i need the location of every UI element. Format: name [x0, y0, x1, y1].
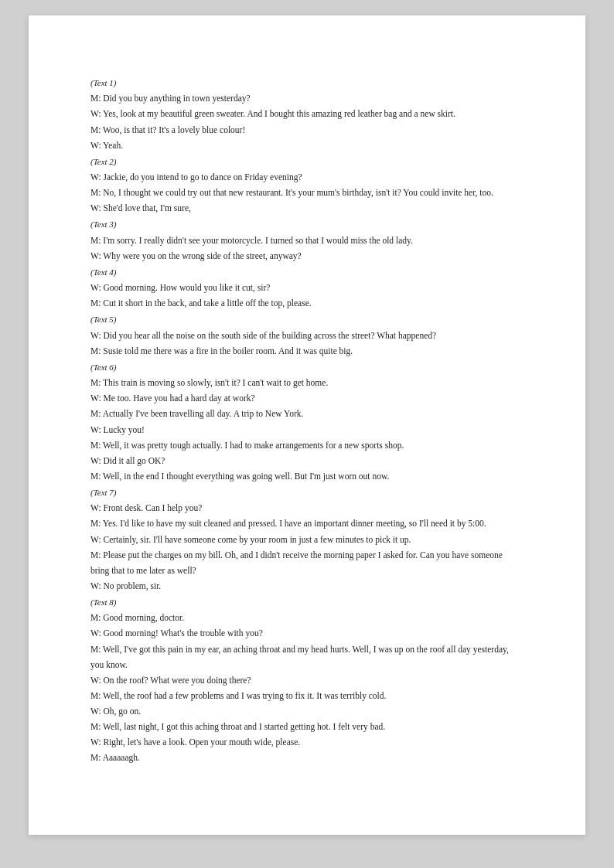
dialog-line: M: Well, last night, I got this aching t…: [90, 719, 524, 734]
section-label: (Text 6): [90, 360, 524, 375]
section-label: (Text 2): [90, 155, 524, 169]
dialog-line: W: Lucky you!: [90, 422, 524, 437]
document-content: (Text 1)M: Did you buy anything in town …: [90, 76, 524, 766]
text-section-4: (Text 4)W: Good morning. How would you l…: [90, 265, 524, 311]
dialog-line: W: Certainly, sir. I'll have someone com…: [90, 532, 524, 547]
dialog-line: W: Front desk. Can I help you?: [90, 500, 524, 516]
dialog-line: M: Did you buy anything in town yesterda…: [90, 90, 524, 106]
text-section-5: (Text 5)W: Did you hear all the noise on…: [90, 312, 524, 359]
dialog-line: W: Me too. Have you had a hard day at wo…: [90, 390, 524, 406]
dialog-line: W: Yes, look at my beautiful green sweat…: [90, 106, 524, 121]
dialog-line: M: No, I thought we could try out that n…: [90, 185, 524, 200]
dialog-line: W: Did you hear all the noise on the sou…: [90, 328, 524, 343]
dialog-line: M: Well, the roof had a few problems and…: [90, 688, 524, 703]
text-section-3: (Text 3)M: I'm sorry. I really didn't se…: [90, 217, 524, 264]
dialog-line: W: She'd love that, I'm sure,: [90, 200, 524, 216]
section-label: (Text 8): [90, 595, 524, 610]
section-label: (Text 1): [90, 76, 524, 90]
text-section-8: (Text 8)M: Good morning, doctor.W: Good …: [90, 595, 524, 766]
dialog-line: M: Actually I've been travelling all day…: [90, 406, 524, 421]
dialog-line: M: Aaaaaagh.: [90, 750, 524, 765]
dialog-line: M: Please put the charges on my bill. Oh…: [90, 547, 524, 578]
dialog-line: W: Right, let's have a look. Open your m…: [90, 734, 524, 750]
section-label: (Text 4): [90, 265, 524, 280]
section-label: (Text 5): [90, 312, 524, 327]
dialog-line: W: Good morning! What's the trouble with…: [90, 625, 524, 641]
dialog-line: W: On the roof? What were you doing ther…: [90, 672, 524, 688]
section-label: (Text 3): [90, 217, 524, 232]
dialog-line: M: Yes. I'd like to have my suit cleaned…: [90, 516, 524, 531]
dialog-line: M: This train is moving so slowly, isn't…: [90, 375, 524, 390]
dialog-line: M: I'm sorry. I really didn't see your m…: [90, 233, 524, 248]
dialog-line: M: Good morning, doctor.: [90, 610, 524, 625]
dialog-line: M: Well, it was pretty tough actually. I…: [90, 437, 524, 453]
section-label: (Text 7): [90, 485, 524, 500]
dialog-line: M: Cut it short in the back, and take a …: [90, 295, 524, 311]
dialog-line: W: Oh, go on.: [90, 703, 524, 719]
dialog-line: W: Why were you on the wrong side of the…: [90, 248, 524, 264]
text-section-2: (Text 2)W: Jackie, do you intend to go t…: [90, 155, 524, 216]
dialog-line: M: Well, in the end I thought everything…: [90, 468, 524, 484]
dialog-line: M: Woo, is that it? It's a lovely blue c…: [90, 122, 524, 138]
text-section-6: (Text 6)M: This train is moving so slowl…: [90, 360, 524, 484]
dialog-line: W: Did it all go OK?: [90, 453, 524, 468]
document-page: (Text 1)M: Did you buy anything in town …: [29, 15, 585, 835]
text-section-1: (Text 1)M: Did you buy anything in town …: [90, 76, 524, 153]
dialog-line: W: Jackie, do you intend to go to dance …: [90, 169, 524, 185]
dialog-line: W: No problem, sir.: [90, 578, 524, 594]
dialog-line: W: Good morning. How would you like it c…: [90, 280, 524, 295]
dialog-line: W: Yeah.: [90, 138, 524, 153]
text-section-7: (Text 7)W: Front desk. Can I help you?M:…: [90, 485, 524, 594]
dialog-line: M: Well, I've got this pain in my ear, a…: [90, 642, 524, 672]
dialog-line: M: Susie told me there was a fire in the…: [90, 343, 524, 359]
